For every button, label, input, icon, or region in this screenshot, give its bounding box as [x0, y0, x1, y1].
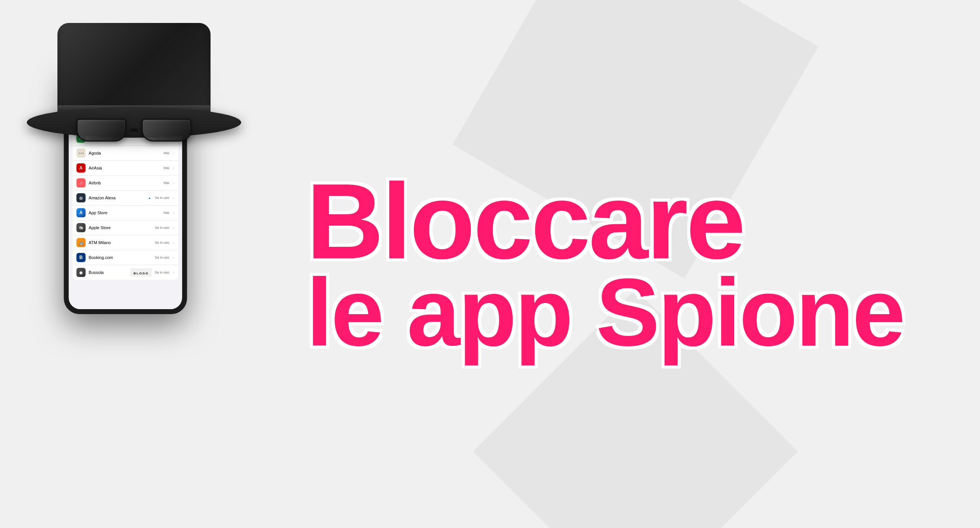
app-icon-airasia: A [77, 163, 86, 173]
app-row-bussola[interactable]: ◉ Bussola BLOGO Se in uso › [73, 265, 178, 280]
app-row-airasia[interactable]: A AirAsia Mai › [73, 161, 178, 176]
main-title-line1: Bloccare [306, 173, 903, 269]
right-section: Bloccare le app Spione [268, 0, 980, 528]
app-name-airbnb: Airbnb [89, 181, 161, 185]
app-status-airbnb: Mai [163, 181, 169, 185]
app-status-airasia: Mai [163, 166, 169, 170]
app-name-bussola: Bussola [89, 270, 127, 275]
app-icon-bussola: ◉ [77, 268, 86, 277]
app-arrow-airbnb: › [173, 181, 175, 185]
app-name-atm: ATM Milano [89, 240, 152, 245]
app-name-applestore: Apple Store [89, 225, 152, 230]
app-arrow-booking: › [173, 255, 175, 260]
app-icon-atm: 🚌 [77, 238, 86, 247]
app-status-booking: Se in uso [155, 256, 169, 259]
glasses-right-lens [142, 119, 191, 142]
app-icon-applestore: 🛍 [77, 223, 86, 232]
app-icon-airbnb: ⌂ [77, 178, 86, 187]
blogo-watermark: BLOGO [134, 272, 149, 275]
app-row-atm[interactable]: 🚌 ATM Milano Se in uso › [73, 235, 178, 250]
main-title-line2: le app Spione [306, 269, 903, 355]
app-status-appstore: Mai [163, 211, 169, 215]
app-status-atm: Se in uso [155, 241, 169, 244]
app-row-amazon[interactable]: ◎ Amazon Alexa ▲ Se in uso › [73, 191, 178, 205]
app-row-applestore[interactable]: 🛍 Apple Store Se in uso › [73, 220, 178, 235]
glasses-left-lens [77, 119, 126, 142]
app-row-appstore[interactable]: A App Store Mai › [73, 205, 178, 220]
app-arrow-applestore: › [173, 225, 175, 230]
app-icon-amazon: ◎ [77, 193, 86, 202]
app-name-appstore: App Store [89, 210, 161, 215]
main-title: Bloccare le app Spione [306, 173, 903, 355]
app-arrow-atm: › [173, 240, 175, 245]
glasses-bridge [130, 129, 138, 132]
app-status-applestore: Se in uso [155, 226, 169, 230]
app-arrow-airasia: › [173, 166, 175, 170]
app-icon-appstore: A [77, 208, 86, 217]
app-status-amazon: Se in uso [155, 196, 169, 200]
glasses-shape [69, 119, 199, 142]
app-arrow-amazon: › [173, 196, 175, 200]
left-section: Localizza... Per determinare la tua posi… [0, 0, 268, 528]
app-name-booking: Booking.com [89, 255, 152, 260]
app-row-airbnb[interactable]: ⌂ Airbnb Mai › [73, 176, 178, 191]
app-list: A AgenziaEntrate Se in uso › Agoda Mai › [73, 131, 178, 280]
app-name-amazon: Amazon Alexa [89, 196, 145, 200]
app-arrow-bussola: › [173, 270, 175, 275]
app-icon-booking: B [77, 253, 86, 262]
app-name-airasia: AirAsia [89, 166, 161, 170]
app-status-bussola: Se in uso [155, 271, 169, 274]
location-arrow-icon: ▲ [148, 196, 151, 200]
app-row-booking[interactable]: B Booking.com Se in uso › [73, 250, 178, 265]
app-arrow-appstore: › [173, 210, 175, 215]
glasses-decoration [69, 119, 199, 142]
